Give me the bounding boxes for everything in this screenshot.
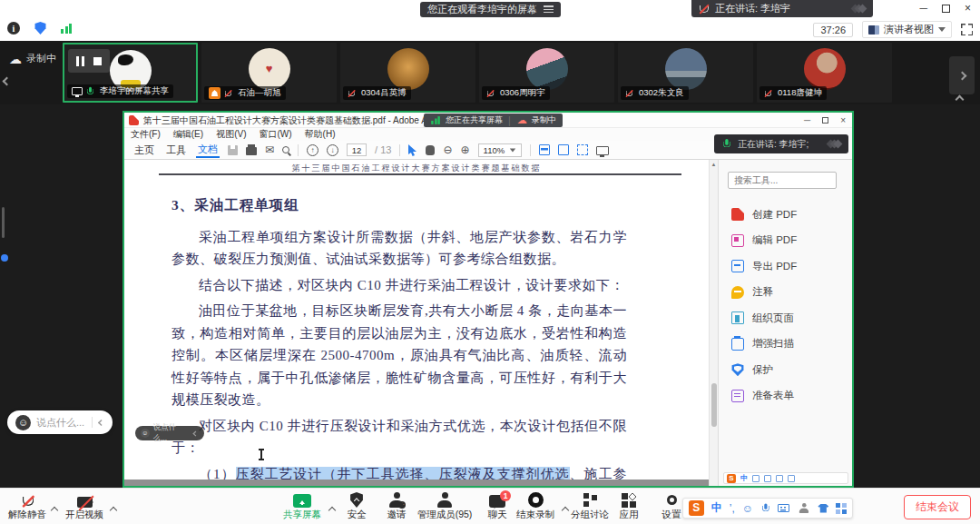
- mail-icon[interactable]: ✉: [265, 144, 274, 155]
- acrobat-title-bar: 第十三届中国石油工程设计大赛方案设计类赛题基础数据.pdf - Adobe Ac…: [124, 113, 852, 128]
- tool-create-pdf[interactable]: 创建 PDF: [719, 202, 852, 228]
- view-mode-button[interactable]: 演讲者视图: [862, 21, 952, 38]
- video-options-caret[interactable]: [111, 500, 116, 517]
- scroll-up-arrow[interactable]: ▲: [710, 162, 718, 167]
- scroll-mode-icon[interactable]: [539, 144, 550, 155]
- acrobat-tools-panel: 创建 PDF 编辑 PDF 导出 PDF 注释 组织页面 增强扫描 保护 准备表…: [718, 160, 852, 486]
- mic-options-caret[interactable]: [52, 500, 57, 517]
- layout-icon: [868, 25, 879, 35]
- stop-record-label: 结束录制: [509, 509, 562, 521]
- ime-toolbar[interactable]: S 中 ’, ☺: [682, 498, 853, 519]
- fullscreen-icon[interactable]: [961, 24, 973, 35]
- start-video-button[interactable]: 开启视频: [58, 490, 111, 521]
- chat-bubble-icon: 1: [489, 495, 505, 508]
- end-meeting-button[interactable]: 结束会议: [904, 495, 971, 519]
- menu-help[interactable]: 帮助(H): [305, 128, 336, 141]
- page-number-input[interactable]: 12: [347, 143, 367, 156]
- side-scroll-track[interactable]: [2, 207, 5, 238]
- acrobat-minimize-button[interactable]: ─: [804, 115, 810, 125]
- fit-page-icon[interactable]: [558, 144, 569, 155]
- participant-tile[interactable]: 0306周明宇: [479, 43, 614, 103]
- tools-search-input[interactable]: [728, 172, 837, 189]
- manage-members-button[interactable]: 管理成员(95): [409, 490, 480, 521]
- hand-tool-icon[interactable]: [426, 145, 435, 155]
- tab-home[interactable]: 主页: [132, 143, 156, 157]
- emoji-icon[interactable]: ☺: [15, 415, 31, 430]
- participant-tile[interactable]: 0302朱文良: [618, 43, 753, 103]
- print-icon[interactable]: [246, 147, 257, 155]
- participant-tile[interactable]: 0304吕英博: [340, 43, 475, 103]
- page-up-icon[interactable]: ↑: [307, 144, 318, 156]
- tab-document[interactable]: 文档: [196, 143, 220, 158]
- stop-record-button[interactable]: 结束录制: [509, 490, 562, 521]
- speaking-overlay-shared: 正在讲话: 李培宇;: [714, 134, 848, 153]
- acrobat-close-button[interactable]: ×: [840, 115, 846, 125]
- document-scrollbar[interactable]: ▲: [709, 160, 718, 486]
- emoji-icon[interactable]: ☺: [742, 502, 753, 515]
- save-icon[interactable]: [228, 145, 238, 155]
- unmute-button[interactable]: 解除静音: [1, 490, 54, 521]
- voice-input-icon[interactable]: [761, 503, 769, 513]
- stop-record-icon: [528, 492, 544, 508]
- tool-protect[interactable]: 保护: [719, 357, 852, 383]
- fit-width-icon[interactable]: [577, 144, 588, 155]
- next-participants-button[interactable]: [949, 56, 975, 94]
- tool-comment[interactable]: 注释: [719, 280, 852, 306]
- collapse-left-icon[interactable]: [98, 420, 104, 426]
- menu-edit[interactable]: 编辑(E): [173, 128, 203, 141]
- tool-label: 增强扫描: [752, 337, 794, 351]
- recording-text: 录制中: [532, 114, 556, 126]
- menu-window[interactable]: 窗口(W): [259, 128, 291, 141]
- presentation-mode-icon[interactable]: [596, 146, 609, 155]
- participant-tile[interactable]: ♥ 石油—胡旭: [201, 43, 337, 103]
- zoom-level-select[interactable]: 110%: [478, 143, 523, 157]
- minimize-button[interactable]: ─: [919, 2, 927, 15]
- close-button[interactable]: ×: [965, 2, 971, 15]
- protect-icon: [731, 363, 744, 376]
- ime-punctuation[interactable]: ’,: [730, 502, 735, 515]
- page-bottom-edge: [124, 480, 709, 486]
- security-shield-icon[interactable]: [34, 22, 46, 35]
- tool-prepare-form[interactable]: 准备表单: [719, 383, 852, 410]
- ime-skin-icon[interactable]: [818, 504, 828, 513]
- stop-recording-button[interactable]: [93, 57, 102, 65]
- chat-quick-input[interactable]: ☺ 说点什么...: [7, 410, 113, 434]
- maximize-button[interactable]: [942, 5, 950, 13]
- muted-mic-icon: [224, 88, 231, 98]
- tool-export-pdf[interactable]: 导出 PDF: [719, 253, 852, 280]
- menu-file[interactable]: 文件(F): [131, 128, 161, 141]
- participant-tile-sharer[interactable]: 李培宇的屏幕共享: [63, 43, 198, 103]
- chevron-right-icon: [957, 71, 966, 80]
- pause-recording-button[interactable]: [76, 56, 84, 66]
- signal-icon: [431, 116, 440, 124]
- participant-label: 0306周明宇: [482, 86, 550, 100]
- participant-label: 0302朱文良: [621, 86, 689, 100]
- tab-tools[interactable]: 工具: [164, 143, 188, 157]
- menu-view[interactable]: 视图(V): [216, 128, 246, 141]
- select-tool-icon[interactable]: [408, 144, 417, 156]
- meeting-info-icon[interactable]: i: [7, 22, 20, 35]
- zoom-out-icon[interactable]: ⊖: [443, 144, 452, 155]
- keyboard-icon[interactable]: [778, 504, 789, 512]
- page-down-icon[interactable]: ↓: [327, 144, 338, 156]
- chat-placeholder-text[interactable]: 说点什么...: [36, 416, 84, 430]
- ime-toolbox-icon[interactable]: [836, 503, 847, 514]
- muted-mic-icon: [625, 88, 632, 98]
- participant-name: 石油—胡旭: [238, 87, 281, 99]
- side-scroll-handle[interactable]: [1, 254, 8, 262]
- queue-list-icon[interactable]: [544, 5, 554, 14]
- watching-banner-text: 您正在观看李培宇的屏幕: [427, 3, 537, 16]
- search-icon[interactable]: [282, 146, 289, 153]
- ime-lang-indicator[interactable]: 中: [711, 500, 722, 516]
- share-screen-button[interactable]: 共享屏幕: [276, 490, 328, 521]
- tool-enhance-scan[interactable]: 增强扫描: [719, 331, 852, 358]
- sogou-logo-icon[interactable]: S: [689, 500, 704, 516]
- scrollbar-thumb[interactable]: [711, 383, 717, 427]
- participant-tile[interactable]: 0118唐健坤: [757, 43, 892, 103]
- ime-account-icon[interactable]: [799, 503, 808, 513]
- zoom-in-icon[interactable]: ⊕: [460, 144, 469, 155]
- pdf-document-area[interactable]: 第十三届中国石油工程设计大赛方案设计类赛题基础数据 3、采油工程单项组 采油工程…: [124, 160, 709, 486]
- acrobat-restore-button[interactable]: [822, 117, 828, 124]
- tool-edit-pdf[interactable]: 编辑 PDF: [719, 228, 852, 254]
- tool-organize-pages[interactable]: 组织页面: [719, 305, 852, 331]
